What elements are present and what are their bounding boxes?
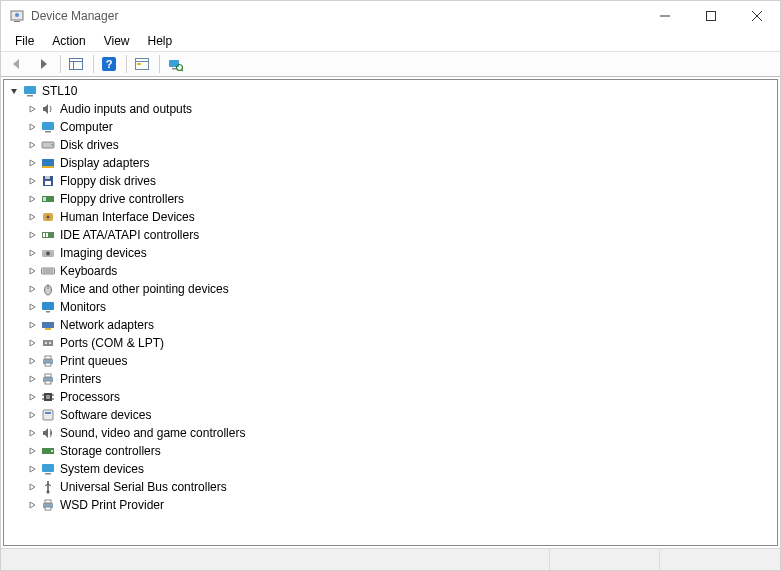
back-button[interactable] xyxy=(5,53,29,75)
minimize-button[interactable] xyxy=(642,1,688,31)
svg-rect-53 xyxy=(45,363,51,366)
audio-icon xyxy=(40,101,56,117)
tree-node[interactable]: Ports (COM & LPT) xyxy=(4,334,777,352)
tree-node-label: Printers xyxy=(60,372,101,386)
forward-button[interactable] xyxy=(31,53,55,75)
maximize-button[interactable] xyxy=(688,1,734,31)
tree-node[interactable]: Floppy disk drives xyxy=(4,172,777,190)
properties-button[interactable] xyxy=(130,53,154,75)
tree-node[interactable]: Print queues xyxy=(4,352,777,370)
svg-rect-72 xyxy=(45,507,51,510)
tree-node[interactable]: Floppy drive controllers xyxy=(4,190,777,208)
chevron-right-icon[interactable] xyxy=(26,175,38,187)
tree-node-label: Ports (COM & LPT) xyxy=(60,336,164,350)
chevron-right-icon[interactable] xyxy=(26,247,38,259)
tree-node[interactable]: Audio inputs and outputs xyxy=(4,100,777,118)
chevron-right-icon[interactable] xyxy=(26,139,38,151)
chevron-right-icon[interactable] xyxy=(26,337,38,349)
device-tree[interactable]: STL10Audio inputs and outputsComputerDis… xyxy=(3,79,778,546)
svg-rect-39 xyxy=(42,268,55,274)
chevron-right-icon[interactable] xyxy=(26,481,38,493)
svg-rect-68 xyxy=(45,473,51,475)
tree-node-label: Mice and other pointing devices xyxy=(60,282,229,296)
help-button[interactable]: ? xyxy=(97,53,121,75)
scan-hardware-button[interactable] xyxy=(163,53,187,75)
tree-node[interactable]: Processors xyxy=(4,388,777,406)
tree-node[interactable]: Monitors xyxy=(4,298,777,316)
tree-node[interactable]: Software devices xyxy=(4,406,777,424)
toolbar-separator xyxy=(159,55,160,73)
tree-node[interactable]: Keyboards xyxy=(4,262,777,280)
chevron-right-icon[interactable] xyxy=(26,427,38,439)
tree-node-label: Floppy drive controllers xyxy=(60,192,184,206)
chevron-right-icon[interactable] xyxy=(26,373,38,385)
menu-help[interactable]: Help xyxy=(140,32,181,50)
chevron-right-icon[interactable] xyxy=(26,463,38,475)
tree-root-node[interactable]: STL10 xyxy=(4,82,777,100)
chevron-right-icon[interactable] xyxy=(26,265,38,277)
chevron-right-icon[interactable] xyxy=(26,319,38,331)
port-icon xyxy=(40,335,56,351)
chevron-right-icon[interactable] xyxy=(26,193,38,205)
printer-icon xyxy=(40,371,56,387)
tree-node[interactable]: Imaging devices xyxy=(4,244,777,262)
tree-node[interactable]: Mice and other pointing devices xyxy=(4,280,777,298)
tree-node[interactable]: Computer xyxy=(4,118,777,136)
statusbar xyxy=(1,548,780,570)
svg-text:?: ? xyxy=(106,58,113,70)
tree-node-label: Imaging devices xyxy=(60,246,147,260)
show-hide-tree-button[interactable] xyxy=(64,53,88,75)
disk-icon xyxy=(40,137,56,153)
menu-action[interactable]: Action xyxy=(44,32,93,50)
tree-node[interactable]: Printers xyxy=(4,370,777,388)
menubar: File Action View Help xyxy=(1,31,780,51)
svg-point-38 xyxy=(46,252,50,256)
svg-rect-67 xyxy=(42,464,54,472)
chevron-right-icon[interactable] xyxy=(26,445,38,457)
tree-node[interactable]: IDE ATA/ATAPI controllers xyxy=(4,226,777,244)
svg-rect-19 xyxy=(24,86,36,94)
close-button[interactable] xyxy=(734,1,780,31)
svg-rect-1 xyxy=(14,21,20,22)
processor-icon xyxy=(40,389,56,405)
chevron-right-icon[interactable] xyxy=(26,355,38,367)
chevron-right-icon[interactable] xyxy=(26,499,38,511)
tree-node-label: Network adapters xyxy=(60,318,154,332)
window-controls xyxy=(642,1,780,31)
tree-node[interactable]: Universal Serial Bus controllers xyxy=(4,478,777,496)
chevron-right-icon[interactable] xyxy=(26,157,38,169)
tree-node[interactable]: Storage controllers xyxy=(4,442,777,460)
tree-node[interactable]: Network adapters xyxy=(4,316,777,334)
chevron-right-icon[interactable] xyxy=(26,103,38,115)
chevron-right-icon[interactable] xyxy=(26,409,38,421)
chevron-right-icon[interactable] xyxy=(26,211,38,223)
tree-node-label: Keyboards xyxy=(60,264,117,278)
tree-node[interactable]: Display adapters xyxy=(4,154,777,172)
chevron-right-icon[interactable] xyxy=(26,121,38,133)
chevron-right-icon[interactable] xyxy=(26,301,38,313)
usb-icon xyxy=(40,479,56,495)
tree-root-label: STL10 xyxy=(42,84,77,98)
tree-node[interactable]: Sound, video and game controllers xyxy=(4,424,777,442)
chevron-right-icon[interactable] xyxy=(26,391,38,403)
computer-icon xyxy=(22,83,38,99)
menu-file[interactable]: File xyxy=(7,32,42,50)
tree-node[interactable]: WSD Print Provider xyxy=(4,496,777,514)
tree-node-label: Computer xyxy=(60,120,113,134)
hid-icon xyxy=(40,209,56,225)
imaging-icon xyxy=(40,245,56,261)
svg-rect-7 xyxy=(70,59,83,70)
chevron-down-icon[interactable] xyxy=(8,85,20,97)
tree-node-label: Sound, video and game controllers xyxy=(60,426,245,440)
menu-view[interactable]: View xyxy=(96,32,138,50)
tree-node-label: Floppy disk drives xyxy=(60,174,156,188)
tree-node[interactable]: Human Interface Devices xyxy=(4,208,777,226)
system-icon xyxy=(40,461,56,477)
chevron-right-icon[interactable] xyxy=(26,229,38,241)
titlebar: Device Manager xyxy=(1,1,780,31)
tree-node[interactable]: System devices xyxy=(4,460,777,478)
tree-node[interactable]: Disk drives xyxy=(4,136,777,154)
chevron-right-icon[interactable] xyxy=(26,283,38,295)
svg-rect-22 xyxy=(45,131,51,133)
floppy-icon xyxy=(40,173,56,189)
